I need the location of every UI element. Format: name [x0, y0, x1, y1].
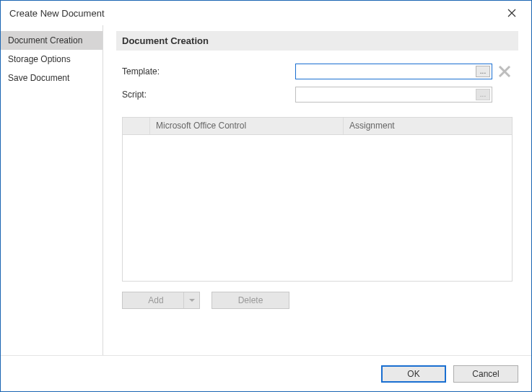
sidebar-item-save-document[interactable]: Save Document — [1, 69, 103, 87]
sidebar: Document Creation Storage Options Save D… — [1, 25, 103, 355]
close-button[interactable] — [501, 4, 523, 22]
add-button-dropdown — [183, 292, 199, 308]
section-header: Document Creation — [116, 31, 518, 51]
dialog-create-new-document: Create New Document Document Creation St… — [0, 0, 532, 392]
assignments-table: Microsoft Office Control Assignment — [122, 117, 513, 282]
dialog-body: Document Creation Storage Options Save D… — [1, 25, 531, 355]
ok-button[interactable]: OK — [381, 365, 446, 383]
x-icon — [498, 65, 511, 78]
close-icon — [507, 9, 516, 17]
sidebar-item-label: Save Document — [8, 73, 69, 83]
ok-button-label: OK — [407, 369, 419, 379]
ellipsis-icon: ... — [480, 90, 486, 98]
table-header: Microsoft Office Control Assignment — [123, 118, 512, 135]
delete-button: Delete — [212, 292, 289, 309]
main-panel: Document Creation Template: ... S — [103, 25, 531, 355]
template-input[interactable]: ... — [295, 64, 492, 79]
table-header-col-control[interactable]: Microsoft Office Control — [150, 118, 344, 134]
sidebar-item-label: Storage Options — [8, 54, 71, 64]
cancel-button-label: Cancel — [472, 369, 499, 379]
row-template: Template: ... — [116, 64, 518, 79]
titlebar: Create New Document — [1, 1, 531, 25]
table-actions: Add Delete — [116, 282, 518, 309]
table-body — [123, 135, 512, 281]
template-label: Template: — [122, 66, 295, 77]
sidebar-item-storage-options[interactable]: Storage Options — [1, 50, 103, 69]
script-label: Script: — [122, 90, 295, 100]
template-field-wrap: ... — [295, 64, 513, 79]
script-field-wrap: ... — [295, 87, 513, 103]
window-title: Create New Document — [9, 8, 105, 19]
script-browse-button: ... — [476, 89, 490, 100]
delete-button-label: Delete — [238, 295, 263, 305]
template-browse-button[interactable]: ... — [476, 66, 490, 77]
dialog-footer: OK Cancel — [1, 355, 531, 391]
sidebar-item-label: Document Creation — [8, 35, 82, 45]
table-header-col-assignment[interactable]: Assignment — [344, 118, 512, 134]
script-input[interactable]: ... — [295, 87, 492, 103]
ellipsis-icon: ... — [480, 67, 486, 75]
table-header-spacer — [123, 118, 150, 134]
cancel-button[interactable]: Cancel — [453, 365, 518, 383]
row-script: Script: ... — [116, 87, 518, 103]
chevron-down-icon — [189, 297, 195, 303]
add-button: Add — [122, 292, 200, 309]
sidebar-item-document-creation[interactable]: Document Creation — [1, 31, 103, 50]
template-clear-button[interactable] — [497, 64, 513, 79]
